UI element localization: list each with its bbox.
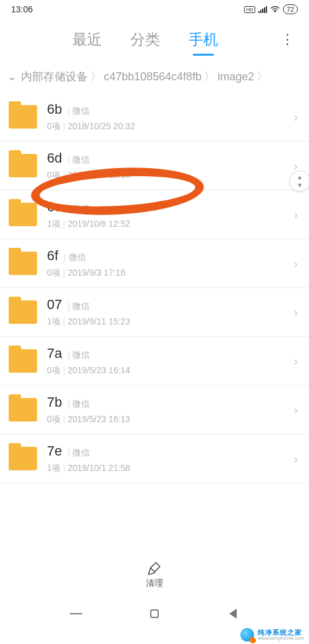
tab-recent[interactable]: 最近 <box>70 26 104 53</box>
tab-category[interactable]: 分类 <box>128 26 163 53</box>
folder-meta: 0项|2019/9/3 17:16 <box>47 268 294 279</box>
signal-icon <box>258 6 267 13</box>
folder-icon <box>9 300 37 324</box>
chevron-down-icon[interactable]: ⌄ <box>5 70 19 83</box>
chevron-right-icon: 〉 <box>90 69 101 84</box>
folder-icon <box>9 203 37 226</box>
folder-source: 微信 <box>67 106 90 117</box>
list-item[interactable]: 7a微信 0项|2019/5/23 16:14 › <box>0 337 309 386</box>
folder-name: 6b <box>47 101 62 117</box>
list-item[interactable]: 7e微信 1项|2019/10/1 21:58 › <box>0 434 309 483</box>
folder-name: 7e <box>47 443 62 459</box>
folder-meta: 0项|2018/10/25 20:32 <box>47 121 294 132</box>
watermark-cn: 纯净系统之家 <box>258 629 304 636</box>
tabs-center: 最近 分类 手机 <box>12 26 278 53</box>
watermark-en: www.kzmyhome.com <box>258 636 304 641</box>
folder-meta: 0项|2019/5/23 16:14 <box>47 365 294 376</box>
folder-meta: 1项|2019/10/6 12:52 <box>47 219 294 230</box>
chevron-right-icon: › <box>294 452 298 466</box>
folder-source: 微信 <box>64 252 86 263</box>
folder-name: 6d <box>47 150 62 166</box>
chevron-right-icon: › <box>294 354 298 368</box>
folder-list: 6b微信 0项|2018/10/25 20:32 › 6d微信 0项|2019/… <box>0 93 309 483</box>
folder-icon <box>9 105 37 129</box>
top-tabs: 最近 分类 手机 ⋮ <box>0 19 309 61</box>
status-bar: 13:06 HD 72 <box>0 0 309 19</box>
chevron-right-icon: 〉 <box>204 69 215 84</box>
folder-meta: 1项|2019/9/11 15:23 <box>47 316 294 328</box>
folder-name: 7a <box>47 345 62 362</box>
home-icon[interactable] <box>148 608 161 620</box>
system-navbar <box>0 601 309 627</box>
fast-scroll-handle[interactable]: ▲▼ <box>289 171 309 192</box>
chevron-right-icon: › <box>294 403 298 417</box>
folder-name: 7b <box>47 394 62 410</box>
chevron-right-icon: 〉 <box>256 69 268 84</box>
folder-icon <box>9 154 37 177</box>
list-item[interactable]: 7b微信 0项|2019/5/23 16:13 › <box>0 386 309 434</box>
folder-icon <box>9 398 37 422</box>
breadcrumb[interactable]: ⌄ 内部存储设备 〉 c47bb108564c4f8fb 〉 image2 〉 <box>0 61 309 93</box>
clean-button[interactable]: 清理 <box>0 549 309 601</box>
more-menu-icon[interactable]: ⋮ <box>278 32 297 48</box>
folder-name: 6e <box>47 199 62 215</box>
folder-icon <box>9 349 37 373</box>
clock: 13:06 <box>11 4 33 14</box>
recents-icon[interactable] <box>70 608 82 620</box>
folder-source: 微信 <box>67 155 90 166</box>
list-item[interactable]: 6f微信 0项|2019/9/3 17:16 › <box>0 239 309 288</box>
chevron-right-icon: › <box>294 208 298 222</box>
folder-source: 微信 <box>67 447 90 459</box>
folder-source: 微信 <box>67 350 90 361</box>
breadcrumb-seg[interactable]: 内部存储设备 <box>21 69 88 84</box>
folder-meta: 0项|2019/10/6 12:13 <box>47 170 294 181</box>
folder-meta: 1项|2019/10/1 21:58 <box>47 463 294 474</box>
watermark: 纯净系统之家 www.kzmyhome.com <box>240 628 304 642</box>
folder-icon <box>9 447 37 470</box>
list-item[interactable]: 07微信 1项|2019/9/11 15:23 › <box>0 288 309 337</box>
tab-phone[interactable]: 手机 <box>186 26 221 53</box>
chevron-right-icon: › <box>294 256 298 271</box>
chevron-right-icon: › <box>294 110 298 124</box>
folder-source: 微信 <box>67 203 90 214</box>
folder-source: 微信 <box>67 301 90 312</box>
battery-icon: 72 <box>283 4 298 14</box>
chevron-right-icon: › <box>294 305 298 320</box>
clean-label: 清理 <box>146 578 163 589</box>
folder-meta: 0项|2019/5/23 16:13 <box>47 414 294 425</box>
list-item[interactable]: 6e微信 1项|2019/10/6 12:52 › <box>0 190 309 239</box>
wifi-icon <box>270 4 280 14</box>
hd-icon: HD <box>244 6 255 13</box>
list-item[interactable]: 6b微信 0项|2018/10/25 20:32 › <box>0 93 309 142</box>
breadcrumb-seg[interactable]: image2 <box>218 70 254 83</box>
broom-icon <box>146 561 163 577</box>
folder-name: 6f <box>47 248 58 264</box>
breadcrumb-seg[interactable]: c47bb108564c4f8fb <box>104 70 201 83</box>
back-icon[interactable] <box>227 608 239 620</box>
folder-icon <box>9 252 37 275</box>
watermark-logo-icon <box>240 628 254 642</box>
folder-name: 07 <box>47 297 62 313</box>
list-item[interactable]: 6d微信 0项|2019/10/6 12:13 › <box>0 142 309 190</box>
folder-source: 微信 <box>67 399 90 410</box>
